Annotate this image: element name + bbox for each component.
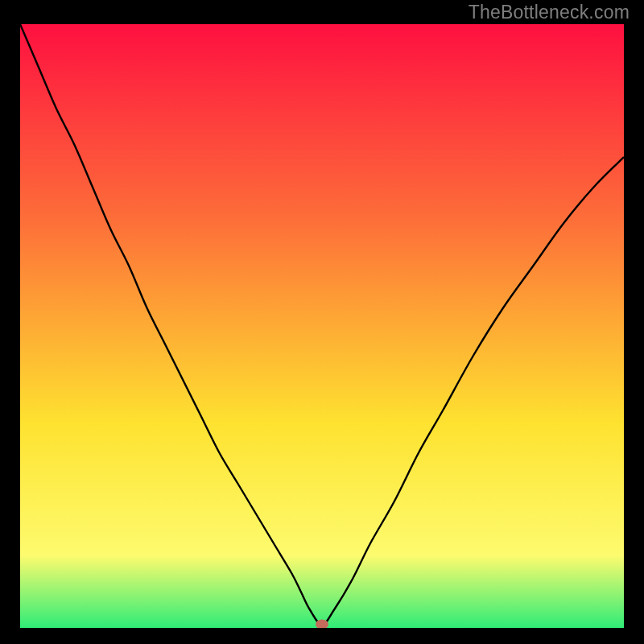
bottleneck-chart bbox=[20, 24, 624, 628]
watermark-text: TheBottleneck.com bbox=[469, 2, 630, 23]
plot-area bbox=[20, 24, 624, 628]
gradient-background bbox=[20, 24, 624, 628]
chart-frame: TheBottleneck.com bbox=[0, 0, 644, 644]
